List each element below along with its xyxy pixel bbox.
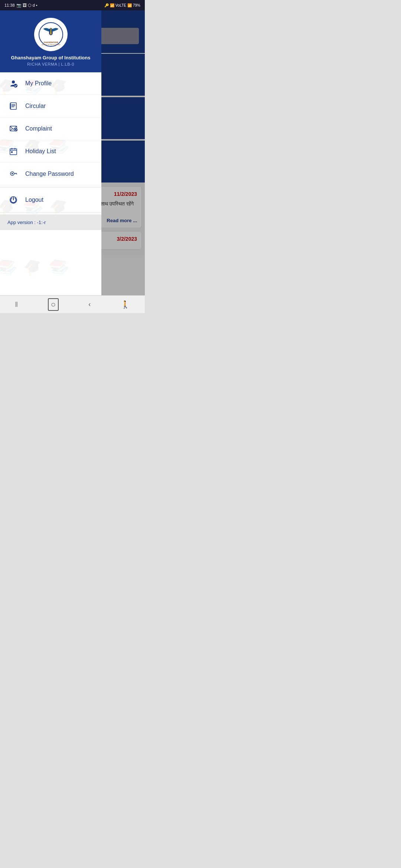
volte-label: VoLTE (115, 3, 126, 7)
menu-item-circular[interactable]: Circular (0, 95, 101, 118)
menu-item-my-profile[interactable]: My Profile (0, 72, 101, 95)
recent-apps-button[interactable]: ⦀ (7, 297, 25, 312)
change-password-icon (7, 168, 19, 180)
user-info: RICHA VERMA | L.LB-0 (27, 62, 74, 66)
holiday-list-icon (7, 145, 19, 157)
svg-rect-36 (11, 151, 13, 153)
status-left: 11:38 📷 🖼 ⬡ d • (4, 3, 38, 8)
status-bar: 11:38 📷 🖼 ⬡ d • 🔑 📶 VoLTE 📶 79% (0, 0, 145, 10)
circular-label: Circular (25, 103, 46, 109)
bottom-navigation: ⦀ ○ ‹ 🚶 (0, 295, 145, 313)
menu-item-change-password[interactable]: Change Password (0, 163, 101, 185)
sidebar-drawer: GHANSHYAM GROUP OF INSTITUTIONS Ghanshay… (0, 10, 101, 313)
institution-name: Ghanshayam Group of Institutions (11, 55, 91, 60)
logo-inner: GHANSHYAM GROUP OF INSTITUTIONS (36, 20, 66, 49)
home-icon: ○ (48, 298, 59, 311)
my-profile-label: My Profile (25, 80, 52, 87)
svg-rect-25 (10, 103, 16, 109)
time-display: 11:38 (4, 3, 15, 7)
app-version-text: App version : -1:-r (7, 220, 46, 225)
logout-label: Logout (25, 197, 43, 203)
version-divider (0, 213, 101, 213)
drawer-logo: GHANSHYAM GROUP OF INSTITUTIONS (34, 18, 68, 51)
key-icon: 🔑 (104, 3, 109, 7)
home-button[interactable]: ○ (40, 295, 66, 313)
drawer-menu: 🎓 📚 🎓 📚 🎓 📚 🎓 📚 🎓 📚 🎓 📚 (0, 72, 101, 313)
circular-icon (7, 100, 19, 112)
back-icon: ‹ (88, 300, 91, 308)
status-right: 🔑 📶 VoLTE 📶 79% (104, 3, 140, 7)
svg-rect-32 (10, 149, 17, 155)
back-button[interactable]: ‹ (81, 297, 98, 311)
my-profile-icon (7, 78, 19, 89)
app-container: nstitutions IA NOTICE (0, 10, 145, 313)
drawer-header: GHANSHYAM GROUP OF INSTITUTIONS Ghanshay… (0, 10, 101, 72)
svg-point-23 (12, 80, 15, 83)
complaint-label: Complaint (25, 125, 52, 132)
logout-icon (7, 194, 19, 206)
recent-apps-icon: ⦀ (15, 300, 18, 309)
change-password-label: Change Password (25, 171, 74, 177)
notification-icons: 📷 🖼 ⬡ d • (16, 3, 38, 8)
complaint-icon (7, 123, 19, 135)
menu-item-holiday-list[interactable]: Holiday List (0, 140, 101, 163)
wifi-icon: 📶 (110, 3, 114, 7)
svg-text:GHANSHYAM: GHANSHYAM (43, 41, 58, 43)
battery-label: 79% (133, 3, 140, 7)
app-version-section: App version : -1:-r (0, 214, 101, 230)
accessibility-button[interactable]: 🚶 (113, 297, 137, 312)
menu-item-logout[interactable]: Logout (0, 189, 101, 211)
signal-bars: 📶 (127, 3, 132, 7)
svg-point-38 (12, 173, 13, 174)
menu-item-complaint[interactable]: Complaint (0, 118, 101, 140)
menu-divider (0, 187, 101, 187)
svg-text:GROUP OF INSTITUTIONS: GROUP OF INSTITUTIONS (41, 44, 60, 46)
holiday-list-label: Holiday List (25, 148, 56, 155)
accessibility-icon: 🚶 (121, 300, 130, 309)
